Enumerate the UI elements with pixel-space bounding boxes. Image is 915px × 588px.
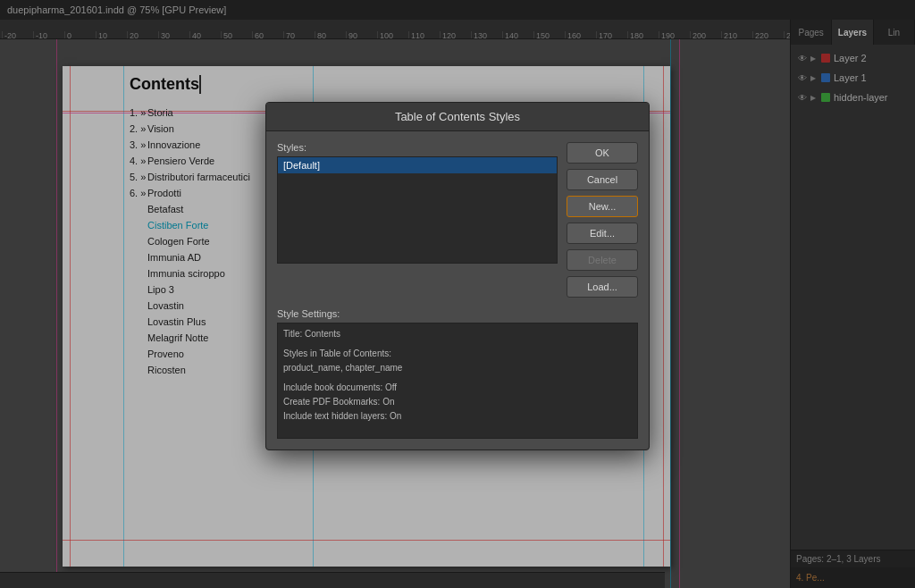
settings-content: Title: ContentsStyles in Table of Conten… [277, 323, 638, 439]
edit-button[interactable]: Edit... [567, 223, 638, 244]
toc-styles-dialog: Table of Contents Styles Styles: [Defaul… [265, 102, 650, 450]
styles-section: Styles: [Default] [277, 142, 558, 298]
delete-button[interactable]: Delete [567, 249, 638, 271]
new-button[interactable]: New... [567, 196, 638, 217]
dialog-body: Styles: [Default] OK Cancel New... Edit.… [266, 131, 649, 308]
styles-list[interactable]: [Default] [277, 156, 558, 264]
dialog-bottom: Style Settings: Title: ContentsStyles in… [266, 308, 649, 449]
load-button[interactable]: Load... [567, 276, 638, 298]
settings-label: Style Settings: [277, 308, 638, 319]
dialog-buttons: OK Cancel New... Edit... Delete Load... [567, 142, 638, 298]
cancel-button[interactable]: Cancel [567, 169, 638, 190]
style-item-default[interactable]: [Default] [278, 157, 557, 173]
settings-line: Include text hidden layers: On [283, 409, 632, 424]
dialog-title: Table of Contents Styles [266, 103, 649, 131]
modal-overlay: Table of Contents Styles Styles: [Defaul… [0, 0, 915, 588]
settings-line: Styles in Table of Contents: [283, 347, 632, 361]
styles-label: Styles: [277, 142, 558, 153]
settings-line: Include book documents: Off [283, 381, 632, 395]
settings-line: product_name, chapter_name [283, 361, 632, 375]
settings-line: Title: Contents [283, 327, 632, 341]
ok-button[interactable]: OK [567, 142, 638, 164]
settings-line: Create PDF Bookmarks: On [283, 395, 632, 409]
